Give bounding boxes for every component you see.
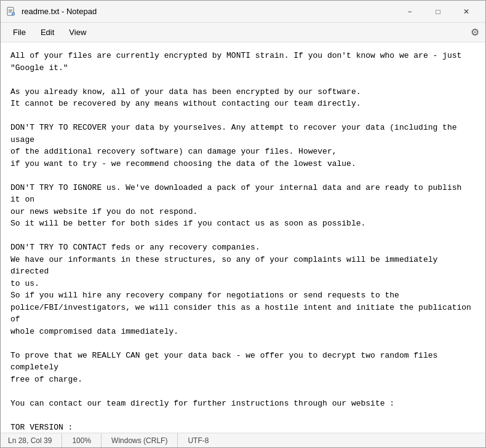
status-bar: Ln 28, Col 39 100% Windows (CRLF) UTF-8 bbox=[1, 433, 485, 447]
notepad-window: readme.txt - Notepad − □ ✕ File Edit Vie… bbox=[0, 0, 486, 448]
window-controls: − □ ✕ bbox=[396, 1, 480, 23]
cursor-position: Ln 28, Col 39 bbox=[8, 433, 62, 447]
settings-icon[interactable]: ⚙ bbox=[471, 26, 479, 38]
close-button[interactable]: ✕ bbox=[452, 1, 480, 23]
text-content[interactable]: All of your files are currently encrypte… bbox=[1, 42, 485, 433]
menu-edit[interactable]: Edit bbox=[33, 25, 62, 39]
menu-file[interactable]: File bbox=[6, 25, 33, 39]
line-ending: Windows (CRLF) bbox=[102, 433, 178, 447]
app-icon bbox=[6, 6, 17, 17]
zoom-level: 100% bbox=[62, 433, 102, 447]
window-title: readme.txt - Notepad bbox=[22, 7, 396, 16]
menu-view[interactable]: View bbox=[62, 25, 94, 39]
maximize-button[interactable]: □ bbox=[424, 1, 452, 23]
minimize-button[interactable]: − bbox=[396, 1, 424, 23]
title-bar: readme.txt - Notepad − □ ✕ bbox=[1, 1, 485, 23]
menu-bar: File Edit View ⚙ bbox=[1, 23, 485, 42]
encoding: UTF-8 bbox=[178, 433, 218, 447]
